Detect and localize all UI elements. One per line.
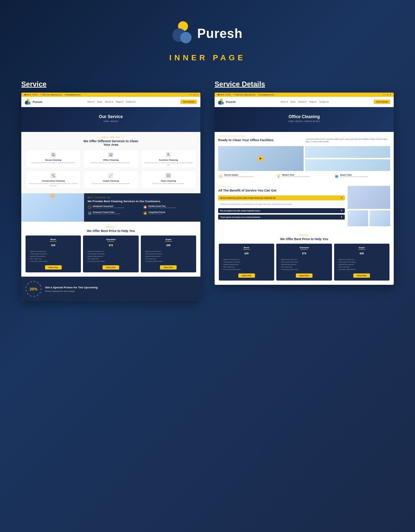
- details-select-basic[interactable]: Select Plan: [238, 273, 255, 278]
- select-plan-basic[interactable]: Select Plan: [45, 265, 62, 270]
- service-card-furniture: 🪑 Furniture Cleaning Ut semper tortor lu…: [141, 149, 196, 168]
- details-pricing: PRICE We Offer Best Price to Help You Ba…: [215, 230, 394, 285]
- pricing-section: PRICE We Offer Best Price to Help You Ba…: [21, 222, 200, 277]
- office-gallery: ▶: [218, 146, 390, 171]
- service-card-office: 🏢 Office Cleaning Di pharetra pharetra m…: [83, 149, 138, 168]
- service-card-glass: 🪟 Glass Cleaning Ut semper tortor luctus…: [141, 170, 196, 189]
- inner-page-label: INNER PAGE: [169, 53, 245, 62]
- details-hero: Office Cleaning HOME › SERVICE › SERVICE…: [215, 107, 394, 132]
- logo: Puresh: [172, 21, 243, 46]
- service-overview: SERVICE OVERVIEW Ready to Clean Your Off…: [215, 132, 394, 182]
- service-details-title: Service Details: [215, 80, 394, 88]
- services-section: WHAT WE DO We Offer Different Services t…: [21, 132, 200, 193]
- play-button[interactable]: ▶: [258, 156, 264, 161]
- promo-banner: 20% Get a Special Promo for The Upcoming…: [21, 277, 200, 301]
- details-price-standard: Standard $78 ✓ Egestas sed tempus arcu ✓…: [276, 244, 332, 281]
- service-hero: Our Service HOME › SERVICE: [21, 107, 200, 132]
- service-details-column: Service Details ☎ 08 01 - 07 00 📍 Boli L…: [215, 80, 394, 301]
- accordion-item-2[interactable]: Nisi nisi adipisci nisi nulla, semper im…: [218, 208, 345, 213]
- details-nav-cta[interactable]: Get A Quote: [374, 100, 390, 104]
- accordion-item-3[interactable]: Turpis egestas sed tempus arcu et pharet…: [218, 215, 345, 220]
- nav-cta[interactable]: Get A Quote: [181, 100, 197, 104]
- quality-row: ⭐ Service Quality Ut semper tortor luctu…: [218, 174, 390, 179]
- details-select-standard[interactable]: Select Plan: [296, 273, 312, 278]
- service-mockup: ☎ 08 01 - 07 00 📍 Boli Liner, @puresh.co…: [21, 93, 200, 301]
- benefits-accordion: Eiusmod adipiscing pulvinar sapien et li…: [218, 195, 345, 220]
- logo-icon: [172, 21, 194, 46]
- select-plan-super[interactable]: Select Plan: [160, 265, 177, 270]
- price-card-basic: Basic $45 ✓ Egestas sed tempus arcu ✓ Tu…: [26, 235, 81, 272]
- accordion-item-1[interactable]: Eiusmod adipiscing pulvinar sapien et li…: [218, 195, 345, 200]
- pages-grid: Service ☎ 08 01 - 07 00 📍 Boli Liner, @p…: [21, 80, 394, 301]
- service-card-construction: 🏗️ Construction Cleaning Ut semper torto…: [26, 170, 81, 189]
- details-select-super[interactable]: Select Plan: [353, 273, 370, 278]
- logo-text: Puresh: [197, 26, 243, 41]
- service-column: Service ☎ 08 01 - 07 00 📍 Boli Liner, @p…: [21, 80, 200, 301]
- mockup-nav: Puresh Home ▾ About Service ▾ Pages ▾ Co…: [21, 97, 200, 107]
- service-card-house: 🏠 House Cleaning Ut semper tortor sit am…: [26, 149, 81, 168]
- price-card-super: Super $98 ✓ Egestas sed tempus arcu ✓ Tu…: [141, 235, 196, 272]
- select-plan-standard[interactable]: Select Plan: [103, 265, 119, 270]
- price-card-standard: Standard $78 ✓ Egestas sed tempus arcu ✓…: [83, 235, 138, 272]
- service-details-mockup: ☎ 08 01 - 07 00 📍 Boli Liner, @puresh.co…: [215, 93, 394, 285]
- mockup-topbar: ☎ 08 01 - 07 00 📍 Boli Liner, @puresh.co…: [21, 93, 200, 97]
- details-price-basic: Basic $45 ✓ Egestas sed tempus arcu ✓ Tu…: [219, 244, 274, 281]
- service-grid: 🏠 House Cleaning Ut semper tortor sit am…: [26, 149, 196, 189]
- header: Puresh INNER PAGE: [21, 11, 394, 70]
- service-title: Service: [21, 80, 200, 88]
- details-price-super: Super $98 ✓ Egestas sed tempus arcu ✓ Tu…: [334, 244, 389, 281]
- benefits-section: BENEFIT All The Benefit of Service You C…: [215, 182, 394, 230]
- service-card-carpet: 🧹 Carpet Cleaning Ut semper tortor luctu…: [83, 170, 138, 189]
- why-choose-section: WHY CHOOSE US We Provide Best Cleaning S…: [21, 193, 200, 222]
